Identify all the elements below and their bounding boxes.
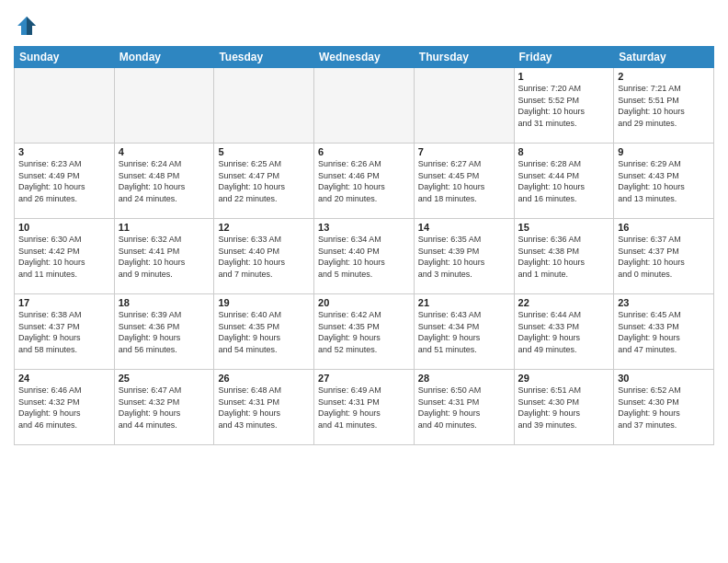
day-number: 17: [18, 297, 110, 308]
day-number: 3: [18, 146, 110, 157]
day-info: Sunrise: 6:26 AM Sunset: 4:46 PM Dayligh…: [318, 158, 410, 204]
calendar-cell: 18Sunrise: 6:39 AM Sunset: 4:36 PM Dayli…: [114, 294, 214, 370]
weekday-header: Thursday: [414, 47, 514, 68]
day-info: Sunrise: 6:49 AM Sunset: 4:31 PM Dayligh…: [318, 385, 410, 431]
day-info: Sunrise: 6:32 AM Sunset: 4:41 PM Dayligh…: [119, 234, 210, 280]
calendar-week-row: 17Sunrise: 6:38 AM Sunset: 4:37 PM Dayli…: [15, 294, 714, 370]
day-info: Sunrise: 6:37 AM Sunset: 4:37 PM Dayligh…: [618, 234, 710, 280]
day-info: Sunrise: 6:51 AM Sunset: 4:30 PM Dayligh…: [518, 385, 610, 431]
day-number: 18: [119, 297, 210, 308]
calendar-cell: 27Sunrise: 6:49 AM Sunset: 4:31 PM Dayli…: [314, 370, 415, 445]
day-number: 12: [218, 222, 310, 233]
day-number: 16: [618, 222, 710, 233]
day-info: Sunrise: 6:33 AM Sunset: 4:40 PM Dayligh…: [218, 234, 310, 280]
weekday-header: Saturday: [614, 47, 714, 68]
day-number: 23: [618, 297, 710, 308]
calendar-cell: 12Sunrise: 6:33 AM Sunset: 4:40 PM Dayli…: [214, 219, 314, 294]
day-info: Sunrise: 6:42 AM Sunset: 4:35 PM Dayligh…: [318, 309, 410, 355]
day-number: 1: [518, 71, 610, 82]
calendar-cell: 22Sunrise: 6:44 AM Sunset: 4:33 PM Dayli…: [514, 294, 614, 370]
day-number: 8: [518, 146, 610, 157]
day-info: Sunrise: 6:23 AM Sunset: 4:49 PM Dayligh…: [18, 158, 110, 204]
day-info: Sunrise: 6:34 AM Sunset: 4:40 PM Dayligh…: [318, 234, 410, 280]
calendar-cell: [15, 68, 115, 144]
logo: [14, 13, 42, 39]
logo-icon: [14, 13, 40, 39]
day-info: Sunrise: 6:38 AM Sunset: 4:37 PM Dayligh…: [18, 309, 110, 355]
calendar-cell: 5Sunrise: 6:25 AM Sunset: 4:47 PM Daylig…: [214, 144, 314, 219]
day-number: 6: [318, 146, 410, 157]
day-info: Sunrise: 6:47 AM Sunset: 4:32 PM Dayligh…: [119, 385, 210, 431]
day-number: 28: [418, 373, 510, 384]
day-info: Sunrise: 6:48 AM Sunset: 4:31 PM Dayligh…: [218, 385, 310, 431]
day-number: 20: [318, 297, 410, 308]
day-info: Sunrise: 6:27 AM Sunset: 4:45 PM Dayligh…: [418, 158, 510, 204]
calendar-cell: 16Sunrise: 6:37 AM Sunset: 4:37 PM Dayli…: [614, 219, 714, 294]
weekday-header: Tuesday: [214, 47, 314, 68]
day-info: Sunrise: 6:40 AM Sunset: 4:35 PM Dayligh…: [218, 309, 310, 355]
calendar-cell: 9Sunrise: 6:29 AM Sunset: 4:43 PM Daylig…: [614, 144, 714, 219]
calendar-cell: 3Sunrise: 6:23 AM Sunset: 4:49 PM Daylig…: [15, 144, 115, 219]
day-info: Sunrise: 6:35 AM Sunset: 4:39 PM Dayligh…: [418, 234, 510, 280]
calendar-cell: 6Sunrise: 6:26 AM Sunset: 4:46 PM Daylig…: [314, 144, 415, 219]
calendar-cell: 1Sunrise: 7:20 AM Sunset: 5:52 PM Daylig…: [514, 68, 614, 144]
calendar-cell: 23Sunrise: 6:45 AM Sunset: 4:33 PM Dayli…: [614, 294, 714, 370]
day-number: 9: [618, 146, 710, 157]
day-info: Sunrise: 6:29 AM Sunset: 4:43 PM Dayligh…: [618, 158, 710, 204]
calendar-cell: 8Sunrise: 6:28 AM Sunset: 4:44 PM Daylig…: [514, 144, 614, 219]
day-number: 24: [18, 373, 110, 384]
calendar-cell: 10Sunrise: 6:30 AM Sunset: 4:42 PM Dayli…: [15, 219, 115, 294]
day-info: Sunrise: 6:24 AM Sunset: 4:48 PM Dayligh…: [119, 158, 210, 204]
calendar-cell: 30Sunrise: 6:52 AM Sunset: 4:30 PM Dayli…: [614, 370, 714, 445]
calendar-week-row: 1Sunrise: 7:20 AM Sunset: 5:52 PM Daylig…: [15, 68, 714, 144]
calendar-cell: 13Sunrise: 6:34 AM Sunset: 4:40 PM Dayli…: [314, 219, 415, 294]
day-info: Sunrise: 6:44 AM Sunset: 4:33 PM Dayligh…: [518, 309, 610, 355]
calendar-cell: [114, 68, 214, 144]
day-info: Sunrise: 6:43 AM Sunset: 4:34 PM Dayligh…: [418, 309, 510, 355]
page-container: SundayMondayTuesdayWednesdayThursdayFrid…: [0, 0, 728, 450]
day-info: Sunrise: 7:21 AM Sunset: 5:51 PM Dayligh…: [618, 83, 710, 129]
day-number: 26: [218, 373, 310, 384]
day-number: 11: [119, 222, 210, 233]
day-number: 7: [418, 146, 510, 157]
day-info: Sunrise: 6:45 AM Sunset: 4:33 PM Dayligh…: [618, 309, 710, 355]
calendar-cell: 11Sunrise: 6:32 AM Sunset: 4:41 PM Dayli…: [114, 219, 214, 294]
calendar-cell: 7Sunrise: 6:27 AM Sunset: 4:45 PM Daylig…: [414, 144, 514, 219]
day-info: Sunrise: 7:20 AM Sunset: 5:52 PM Dayligh…: [518, 83, 610, 129]
calendar-cell: 24Sunrise: 6:46 AM Sunset: 4:32 PM Dayli…: [15, 370, 115, 445]
calendar-cell: 26Sunrise: 6:48 AM Sunset: 4:31 PM Dayli…: [214, 370, 314, 445]
calendar-cell: 15Sunrise: 6:36 AM Sunset: 4:38 PM Dayli…: [514, 219, 614, 294]
weekday-header: Monday: [114, 47, 214, 68]
calendar-cell: 21Sunrise: 6:43 AM Sunset: 4:34 PM Dayli…: [414, 294, 514, 370]
calendar-cell: 14Sunrise: 6:35 AM Sunset: 4:39 PM Dayli…: [414, 219, 514, 294]
calendar-cell: 28Sunrise: 6:50 AM Sunset: 4:31 PM Dayli…: [414, 370, 514, 445]
calendar-cell: 2Sunrise: 7:21 AM Sunset: 5:51 PM Daylig…: [614, 68, 714, 144]
calendar-cell: 17Sunrise: 6:38 AM Sunset: 4:37 PM Dayli…: [15, 294, 115, 370]
day-number: 2: [618, 71, 710, 82]
day-number: 10: [18, 222, 110, 233]
header: [14, 9, 714, 39]
day-info: Sunrise: 6:25 AM Sunset: 4:47 PM Dayligh…: [218, 158, 310, 204]
day-number: 27: [318, 373, 410, 384]
day-number: 5: [218, 146, 310, 157]
day-number: 15: [518, 222, 610, 233]
calendar-cell: 4Sunrise: 6:24 AM Sunset: 4:48 PM Daylig…: [114, 144, 214, 219]
day-number: 22: [518, 297, 610, 308]
calendar-week-row: 3Sunrise: 6:23 AM Sunset: 4:49 PM Daylig…: [15, 144, 714, 219]
day-info: Sunrise: 6:28 AM Sunset: 4:44 PM Dayligh…: [518, 158, 610, 204]
calendar-cell: 19Sunrise: 6:40 AM Sunset: 4:35 PM Dayli…: [214, 294, 314, 370]
day-number: 14: [418, 222, 510, 233]
calendar-cell: [414, 68, 514, 144]
day-info: Sunrise: 6:50 AM Sunset: 4:31 PM Dayligh…: [418, 385, 510, 431]
day-info: Sunrise: 6:39 AM Sunset: 4:36 PM Dayligh…: [119, 309, 210, 355]
calendar-cell: [214, 68, 314, 144]
day-number: 30: [618, 373, 710, 384]
day-info: Sunrise: 6:36 AM Sunset: 4:38 PM Dayligh…: [518, 234, 610, 280]
calendar-week-row: 24Sunrise: 6:46 AM Sunset: 4:32 PM Dayli…: [15, 370, 714, 445]
calendar-week-row: 10Sunrise: 6:30 AM Sunset: 4:42 PM Dayli…: [15, 219, 714, 294]
day-number: 21: [418, 297, 510, 308]
day-info: Sunrise: 6:52 AM Sunset: 4:30 PM Dayligh…: [618, 385, 710, 431]
weekday-header: Friday: [514, 47, 614, 68]
weekday-header: Sunday: [15, 47, 115, 68]
calendar-cell: 25Sunrise: 6:47 AM Sunset: 4:32 PM Dayli…: [114, 370, 214, 445]
